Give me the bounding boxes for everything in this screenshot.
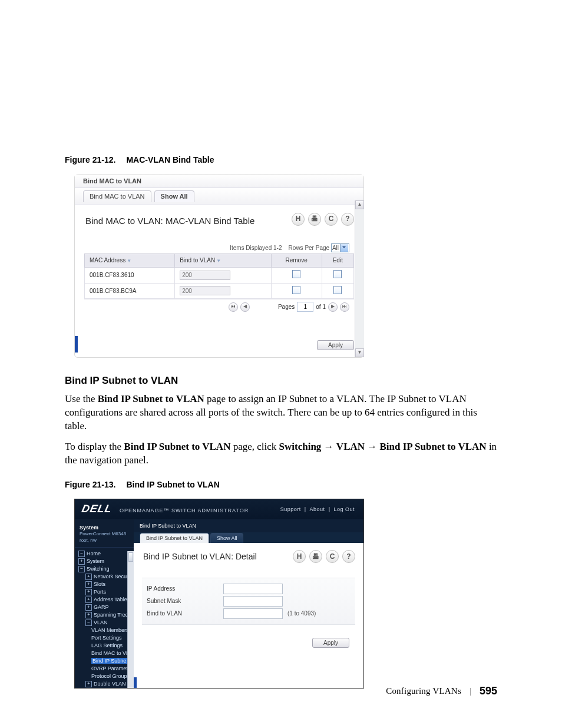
tab-show-all[interactable]: Show All: [210, 533, 244, 543]
selection-marker: [75, 336, 78, 353]
save-icon[interactable]: H: [292, 213, 305, 226]
sidebar-scrollbar[interactable]: [127, 551, 134, 689]
mac-cell: 001B.CF83.3610: [85, 268, 175, 284]
chapter-title: Configuring VLANs: [386, 686, 461, 696]
tree-vlan[interactable]: VLAN: [94, 620, 108, 625]
about-link[interactable]: About: [310, 506, 325, 512]
page-last-icon[interactable]: ⏭: [340, 302, 349, 312]
expand-icon[interactable]: +: [85, 681, 92, 687]
collapse-icon[interactable]: −: [85, 620, 92, 626]
expand-icon[interactable]: +: [85, 581, 92, 588]
expand-icon[interactable]: +: [85, 597, 92, 603]
fig2-title: Bind IP Subnet to VLAN: [126, 480, 219, 489]
mac-cell: 001B.CF83.BC9A: [85, 283, 175, 299]
apply-button[interactable]: Apply: [317, 340, 354, 350]
table-row: 001B.CF83.3610: [85, 268, 354, 284]
fig2-bind-ip-subnet: DELL OPENMANAGE™ SWITCH ADMINISTRATOR Su…: [74, 499, 364, 689]
subnet-mask-input[interactable]: [223, 596, 283, 607]
table-meta: Items Displayed 1-2 Rows Per Page All: [84, 242, 354, 254]
of-label: of 1: [316, 303, 326, 311]
tree-home[interactable]: Home: [87, 551, 101, 556]
sidebar-model: PowerConnect M6348: [75, 531, 134, 538]
toolbar-icons: H 🖶 C ?: [292, 213, 354, 226]
tree-vlan-membership[interactable]: VLAN Membersh: [91, 627, 132, 633]
tab-strip: Bind MAC to VLAN Show All: [75, 188, 363, 205]
form-block: IP Address Subnet Mask Bind to VLAN(1 to…: [142, 578, 355, 625]
page-prev-icon[interactable]: ◀: [240, 302, 250, 312]
tree-addrtables[interactable]: Address Tables: [94, 597, 130, 602]
bind-vlan-input[interactable]: [223, 608, 283, 619]
support-link[interactable]: Support: [280, 506, 301, 512]
tab-strip: Bind IP Subnet to VLAN Show All: [134, 532, 363, 543]
pages-label: Pages: [278, 303, 295, 311]
tree-switching[interactable]: Switching: [87, 566, 110, 572]
tree-bind-ip[interactable]: Bind IP Subne: [91, 658, 127, 664]
tab-bind-mac[interactable]: Bind MAC to VLAN: [83, 190, 151, 202]
col-mac[interactable]: MAC Address▼: [85, 254, 175, 268]
mac-vlan-table: MAC Address▼ Bind to VLAN▼ Remove Edit 0…: [84, 253, 354, 299]
tree-system[interactable]: System: [87, 558, 104, 564]
scroll-thumb[interactable]: [128, 552, 133, 562]
nav-tree: −Home +System −Switching +Network Securi…: [75, 547, 134, 688]
tab-show-all[interactable]: Show All: [154, 190, 194, 202]
refresh-icon[interactable]: C: [326, 550, 339, 563]
remove-checkbox[interactable]: [292, 270, 300, 278]
print-icon[interactable]: 🖶: [309, 550, 322, 563]
edit-checkbox[interactable]: [333, 270, 342, 278]
figure-21-13-caption: Figure 21-13.Bind IP Subnet to VLAN: [65, 479, 497, 490]
expand-icon[interactable]: +: [85, 604, 92, 611]
remove-checkbox[interactable]: [292, 286, 300, 294]
tree-port-settings[interactable]: Port Settings: [91, 635, 122, 641]
scrollbar[interactable]: ▲ ▼: [355, 200, 364, 357]
scroll-down-icon[interactable]: ▼: [355, 348, 364, 357]
brand-logo: DELL: [82, 503, 112, 515]
tree-double-vlan[interactable]: Double VLAN: [94, 681, 126, 687]
main-panel: Bind IP Subnet to VLAN Bind IP Subnet to…: [134, 519, 363, 689]
page-footer: Configuring VLANs | 595: [386, 685, 497, 697]
tab-bind-ip[interactable]: Bind IP Subnet to VLAN: [140, 533, 209, 543]
vlan-input[interactable]: [180, 286, 230, 295]
tree-protocol-group[interactable]: Protocol Group: [91, 673, 127, 679]
body-paragraph-1: Use the Bind IP Subnet to VLAN page to a…: [65, 393, 497, 433]
tree-slots[interactable]: Slots: [94, 581, 105, 587]
window-title: Bind MAC to VLAN: [75, 174, 363, 188]
expand-icon[interactable]: +: [85, 612, 92, 618]
page-next-icon[interactable]: ▶: [328, 302, 338, 312]
rows-per-page-label: Rows Per Page: [289, 245, 329, 251]
apply-button[interactable]: Apply: [312, 638, 349, 648]
expand-icon[interactable]: +: [78, 558, 85, 565]
ip-address-input[interactable]: [223, 584, 283, 594]
sidebar: System PowerConnect M6348 root, r/w −Hom…: [75, 519, 134, 689]
items-displayed: Items Displayed 1-2: [230, 245, 282, 251]
mask-label: Subnet Mask: [142, 597, 223, 605]
page-first-icon[interactable]: ⏮: [229, 302, 238, 312]
print-icon[interactable]: 🖶: [308, 213, 321, 226]
tree-gvrp[interactable]: GVRP Paramete: [91, 666, 131, 671]
sort-icon: ▼: [216, 258, 221, 265]
tree-lag-settings[interactable]: LAG Settings: [91, 643, 123, 648]
expand-icon[interactable]: +: [85, 574, 92, 580]
help-icon[interactable]: ?: [342, 550, 355, 563]
rows-per-page-select[interactable]: All: [331, 243, 349, 253]
table-row: 001B.CF83.BC9A: [85, 283, 354, 299]
collapse-icon[interactable]: −: [78, 566, 85, 572]
tree-spanning[interactable]: Spanning Tree: [94, 612, 128, 618]
selection-marker: [134, 677, 137, 688]
body-paragraph-2: To display the Bind IP Subnet to VLAN pa…: [65, 440, 497, 467]
refresh-icon[interactable]: C: [325, 213, 338, 226]
tree-bind-mac[interactable]: Bind MAC to VLA: [91, 650, 133, 656]
tree-garp[interactable]: GARP: [94, 604, 109, 610]
logout-link[interactable]: Log Out: [333, 506, 355, 512]
collapse-icon[interactable]: −: [78, 551, 85, 557]
col-bind[interactable]: Bind to VLAN▼: [175, 254, 271, 268]
expand-icon[interactable]: +: [85, 589, 92, 595]
scroll-up-icon[interactable]: ▲: [355, 200, 364, 209]
ip-label: IP Address: [142, 585, 223, 593]
help-icon[interactable]: ?: [341, 213, 354, 226]
edit-checkbox[interactable]: [333, 286, 342, 294]
vlan-input[interactable]: [180, 271, 230, 280]
tree-ports[interactable]: Ports: [94, 589, 106, 595]
page-input[interactable]: [297, 302, 313, 312]
sort-icon: ▼: [127, 258, 131, 265]
save-icon[interactable]: H: [293, 550, 306, 563]
